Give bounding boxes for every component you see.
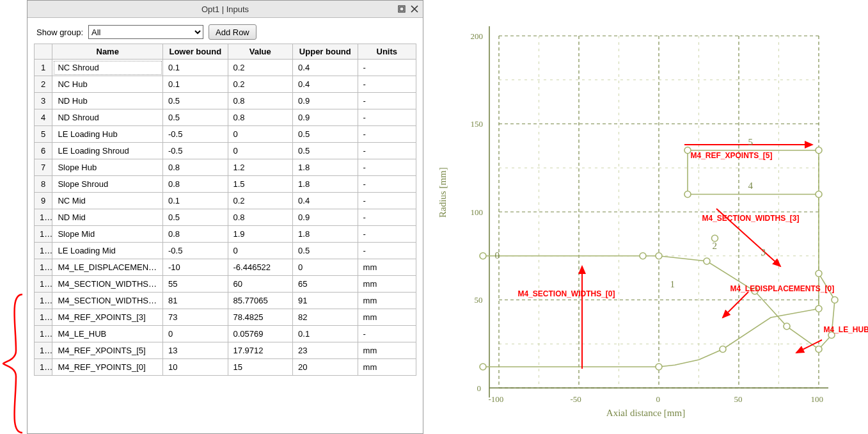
table-row[interactable]: 2NC Hub0.10.20.4- xyxy=(35,76,416,93)
table-row[interactable]: 7Slope Hub0.81.21.8- xyxy=(35,159,416,176)
cell-lower[interactable]: 0 xyxy=(163,326,228,342)
cell-upper[interactable]: 91 xyxy=(293,293,358,309)
cell-value[interactable]: -6.446522 xyxy=(228,259,293,276)
cell-lower[interactable]: 0.8 xyxy=(163,226,228,243)
cell-name[interactable]: M4_SECTION_WIDTHS_[3] xyxy=(52,293,163,309)
cell-upper[interactable]: 1.8 xyxy=(293,176,358,193)
cell-lower[interactable]: 0.5 xyxy=(163,209,228,226)
cell-units[interactable]: - xyxy=(358,209,416,226)
table-row[interactable]: 17M4_LE_HUB00.057690.1- xyxy=(35,326,416,342)
cell-lower[interactable]: 0.8 xyxy=(163,159,228,176)
cell-lower[interactable]: 13 xyxy=(163,342,228,359)
cell-value[interactable]: 0 xyxy=(228,143,293,159)
cell-upper[interactable]: 23 xyxy=(293,342,358,359)
cell-upper[interactable]: 1.8 xyxy=(293,226,358,243)
cell-upper[interactable]: 0.1 xyxy=(293,326,358,342)
cell-name[interactable]: NC Hub xyxy=(52,76,163,93)
cell-value[interactable]: 1.5 xyxy=(228,176,293,193)
cell-lower[interactable]: 10 xyxy=(163,359,228,376)
cell-upper[interactable]: 0.5 xyxy=(293,126,358,143)
table-row[interactable]: 8Slope Shroud0.81.51.8- xyxy=(35,176,416,193)
cell-units[interactable]: - xyxy=(358,193,416,209)
cell-upper[interactable]: 0.5 xyxy=(293,243,358,259)
cell-units[interactable]: - xyxy=(358,76,416,93)
cell-value[interactable]: 60 xyxy=(228,276,293,293)
col-name[interactable]: Name xyxy=(52,44,163,60)
cell-value[interactable]: 78.4825 xyxy=(228,309,293,326)
cell-name[interactable]: Slope Mid xyxy=(52,226,163,243)
cell-name[interactable]: LE Loading Shroud xyxy=(52,143,163,159)
table-row[interactable]: 10ND Mid0.50.80.9- xyxy=(35,209,416,226)
cell-units[interactable]: - xyxy=(358,159,416,176)
cell-value[interactable]: 0.2 xyxy=(228,60,293,76)
show-group-dropdown[interactable]: All xyxy=(88,25,203,39)
cell-lower[interactable]: -0.5 xyxy=(163,243,228,259)
add-row-button[interactable]: Add Row xyxy=(209,24,256,40)
table-row[interactable]: 19M4_REF_YPOINTS_[0]101520mm xyxy=(35,359,416,376)
cell-units[interactable]: - xyxy=(358,326,416,342)
cell-value[interactable]: 0 xyxy=(228,126,293,143)
cell-name[interactable]: M4_REF_XPOINTS_[5] xyxy=(52,342,163,359)
col-value[interactable]: Value xyxy=(228,44,293,60)
cell-upper[interactable]: 0.4 xyxy=(293,193,358,209)
cell-value[interactable]: 0.05769 xyxy=(228,326,293,342)
cell-units[interactable]: mm xyxy=(358,309,416,326)
cell-units[interactable]: mm xyxy=(358,342,416,359)
cell-units[interactable]: - xyxy=(358,226,416,243)
table-row[interactable]: 11Slope Mid0.81.91.8- xyxy=(35,226,416,243)
cell-upper[interactable]: 1.8 xyxy=(293,159,358,176)
cell-lower[interactable]: 0.5 xyxy=(163,93,228,109)
cell-value[interactable]: 0.2 xyxy=(228,76,293,93)
cell-value[interactable]: 1.2 xyxy=(228,159,293,176)
table-row[interactable]: 9NC Mid0.10.20.4- xyxy=(35,193,416,209)
cell-lower[interactable]: -0.5 xyxy=(163,126,228,143)
cell-name[interactable]: Slope Shroud xyxy=(52,176,163,193)
cell-upper[interactable]: 0 xyxy=(293,259,358,276)
cell-upper[interactable]: 65 xyxy=(293,276,358,293)
cell-lower[interactable]: 0.1 xyxy=(163,76,228,93)
cell-lower[interactable]: 81 xyxy=(163,293,228,309)
table-row[interactable]: 13M4_LE_DISPLACEMENTS_[0]-10-6.4465220mm xyxy=(35,259,416,276)
cell-name[interactable]: ND Hub xyxy=(52,93,163,109)
cell-units[interactable]: - xyxy=(358,60,416,76)
cell-lower[interactable]: 0.1 xyxy=(163,193,228,209)
cell-name[interactable]: LE Loading Mid xyxy=(52,243,163,259)
cell-value[interactable]: 0.8 xyxy=(228,109,293,126)
cell-name[interactable]: M4_REF_XPOINTS_[3] xyxy=(52,309,163,326)
table-row[interactable]: 3ND Hub0.50.80.9- xyxy=(35,93,416,109)
cell-units[interactable]: - xyxy=(358,176,416,193)
col-upper[interactable]: Upper bound xyxy=(293,44,358,60)
cell-name[interactable]: M4_SECTION_WIDTHS_[0] xyxy=(52,276,163,293)
table-row[interactable]: 12LE Loading Mid-0.500.5- xyxy=(35,243,416,259)
cell-units[interactable]: mm xyxy=(358,259,416,276)
table-row[interactable]: 15M4_SECTION_WIDTHS_[3]8185.7706591mm xyxy=(35,293,416,309)
col-units[interactable]: Units xyxy=(358,44,416,60)
cell-name[interactable]: ND Shroud xyxy=(52,109,163,126)
col-rownum[interactable] xyxy=(35,44,52,60)
cell-units[interactable]: - xyxy=(358,109,416,126)
cell-value[interactable]: 0 xyxy=(228,243,293,259)
cell-upper[interactable]: 20 xyxy=(293,359,358,376)
cell-units[interactable]: mm xyxy=(358,276,416,293)
cell-units[interactable]: - xyxy=(358,126,416,143)
cell-lower[interactable]: 0.5 xyxy=(163,109,228,126)
table-row[interactable]: 4ND Shroud0.50.80.9- xyxy=(35,109,416,126)
close-icon[interactable] xyxy=(410,4,419,13)
cell-name[interactable]: M4_LE_HUB xyxy=(52,326,163,342)
cell-units[interactable]: mm xyxy=(358,359,416,376)
table-row[interactable]: 16M4_REF_XPOINTS_[3]7378.482582mm xyxy=(35,309,416,326)
cell-upper[interactable]: 0.9 xyxy=(293,93,358,109)
cell-lower[interactable]: -10 xyxy=(163,259,228,276)
cell-upper[interactable]: 82 xyxy=(293,309,358,326)
cell-units[interactable]: - xyxy=(358,93,416,109)
cell-lower[interactable]: -0.5 xyxy=(163,143,228,159)
cell-lower[interactable]: 0.8 xyxy=(163,176,228,193)
table-row[interactable]: 18M4_REF_XPOINTS_[5]1317.971223mm xyxy=(35,342,416,359)
cell-value[interactable]: 15 xyxy=(228,359,293,376)
cell-name[interactable]: NC Shroud xyxy=(52,60,163,76)
cell-upper[interactable]: 0.9 xyxy=(293,209,358,226)
cell-value[interactable]: 85.77065 xyxy=(228,293,293,309)
cell-units[interactable]: mm xyxy=(358,293,416,309)
dock-icon[interactable] xyxy=(397,4,406,13)
cell-name[interactable]: M4_LE_DISPLACEMENTS_[0] xyxy=(52,259,163,276)
